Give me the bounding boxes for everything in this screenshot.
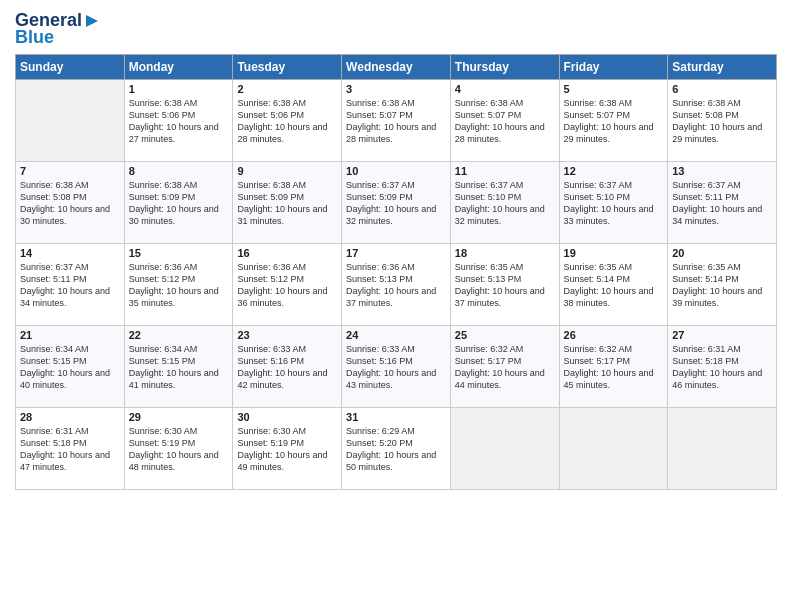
day-number: 22 (129, 329, 229, 341)
calendar-cell: 12Sunrise: 6:37 AMSunset: 5:10 PMDayligh… (559, 162, 668, 244)
calendar-cell: 23Sunrise: 6:33 AMSunset: 5:16 PMDayligh… (233, 326, 342, 408)
cell-info: Sunrise: 6:35 AMSunset: 5:13 PMDaylight:… (455, 261, 555, 310)
cell-info: Sunrise: 6:38 AMSunset: 5:08 PMDaylight:… (20, 179, 120, 228)
calendar-page: General Blue SundayMondayTuesdayWednesda… (0, 0, 792, 612)
day-number: 5 (564, 83, 664, 95)
week-row-2: 7Sunrise: 6:38 AMSunset: 5:08 PMDaylight… (16, 162, 777, 244)
col-header-wednesday: Wednesday (342, 55, 451, 80)
cell-info: Sunrise: 6:37 AMSunset: 5:10 PMDaylight:… (564, 179, 664, 228)
logo-area: General Blue (15, 10, 100, 48)
day-number: 1 (129, 83, 229, 95)
calendar-cell: 1Sunrise: 6:38 AMSunset: 5:06 PMDaylight… (124, 80, 233, 162)
day-number: 15 (129, 247, 229, 259)
cell-info: Sunrise: 6:33 AMSunset: 5:16 PMDaylight:… (346, 343, 446, 392)
cell-info: Sunrise: 6:38 AMSunset: 5:06 PMDaylight:… (237, 97, 337, 146)
day-number: 12 (564, 165, 664, 177)
day-number: 9 (237, 165, 337, 177)
cell-info: Sunrise: 6:36 AMSunset: 5:12 PMDaylight:… (129, 261, 229, 310)
calendar-cell: 25Sunrise: 6:32 AMSunset: 5:17 PMDayligh… (450, 326, 559, 408)
day-number: 28 (20, 411, 120, 423)
col-header-tuesday: Tuesday (233, 55, 342, 80)
day-number: 11 (455, 165, 555, 177)
cell-info: Sunrise: 6:38 AMSunset: 5:09 PMDaylight:… (129, 179, 229, 228)
calendar-cell: 4Sunrise: 6:38 AMSunset: 5:07 PMDaylight… (450, 80, 559, 162)
calendar-cell: 11Sunrise: 6:37 AMSunset: 5:10 PMDayligh… (450, 162, 559, 244)
svg-marker-0 (86, 15, 98, 27)
calendar-cell: 24Sunrise: 6:33 AMSunset: 5:16 PMDayligh… (342, 326, 451, 408)
calendar-cell: 6Sunrise: 6:38 AMSunset: 5:08 PMDaylight… (668, 80, 777, 162)
calendar-cell: 15Sunrise: 6:36 AMSunset: 5:12 PMDayligh… (124, 244, 233, 326)
calendar-cell: 2Sunrise: 6:38 AMSunset: 5:06 PMDaylight… (233, 80, 342, 162)
cell-info: Sunrise: 6:37 AMSunset: 5:11 PMDaylight:… (672, 179, 772, 228)
cell-info: Sunrise: 6:31 AMSunset: 5:18 PMDaylight:… (20, 425, 120, 474)
day-number: 17 (346, 247, 446, 259)
calendar-cell (16, 80, 125, 162)
cell-info: Sunrise: 6:38 AMSunset: 5:06 PMDaylight:… (129, 97, 229, 146)
cell-info: Sunrise: 6:36 AMSunset: 5:12 PMDaylight:… (237, 261, 337, 310)
calendar-body: 1Sunrise: 6:38 AMSunset: 5:06 PMDaylight… (16, 80, 777, 490)
calendar-cell: 13Sunrise: 6:37 AMSunset: 5:11 PMDayligh… (668, 162, 777, 244)
calendar-cell: 20Sunrise: 6:35 AMSunset: 5:14 PMDayligh… (668, 244, 777, 326)
cell-info: Sunrise: 6:34 AMSunset: 5:15 PMDaylight:… (20, 343, 120, 392)
col-header-friday: Friday (559, 55, 668, 80)
col-header-thursday: Thursday (450, 55, 559, 80)
cell-info: Sunrise: 6:33 AMSunset: 5:16 PMDaylight:… (237, 343, 337, 392)
calendar-cell (559, 408, 668, 490)
calendar-cell: 10Sunrise: 6:37 AMSunset: 5:09 PMDayligh… (342, 162, 451, 244)
cell-info: Sunrise: 6:30 AMSunset: 5:19 PMDaylight:… (237, 425, 337, 474)
calendar-cell: 16Sunrise: 6:36 AMSunset: 5:12 PMDayligh… (233, 244, 342, 326)
week-row-4: 21Sunrise: 6:34 AMSunset: 5:15 PMDayligh… (16, 326, 777, 408)
col-header-saturday: Saturday (668, 55, 777, 80)
day-number: 16 (237, 247, 337, 259)
day-number: 26 (564, 329, 664, 341)
calendar-cell: 5Sunrise: 6:38 AMSunset: 5:07 PMDaylight… (559, 80, 668, 162)
calendar-cell: 14Sunrise: 6:37 AMSunset: 5:11 PMDayligh… (16, 244, 125, 326)
calendar-cell: 27Sunrise: 6:31 AMSunset: 5:18 PMDayligh… (668, 326, 777, 408)
calendar-cell: 17Sunrise: 6:36 AMSunset: 5:13 PMDayligh… (342, 244, 451, 326)
logo-icon (84, 13, 100, 29)
day-number: 19 (564, 247, 664, 259)
cell-info: Sunrise: 6:37 AMSunset: 5:10 PMDaylight:… (455, 179, 555, 228)
day-number: 24 (346, 329, 446, 341)
col-header-monday: Monday (124, 55, 233, 80)
calendar-header: SundayMondayTuesdayWednesdayThursdayFrid… (16, 55, 777, 80)
calendar-cell: 9Sunrise: 6:38 AMSunset: 5:09 PMDaylight… (233, 162, 342, 244)
calendar-cell: 28Sunrise: 6:31 AMSunset: 5:18 PMDayligh… (16, 408, 125, 490)
cell-info: Sunrise: 6:35 AMSunset: 5:14 PMDaylight:… (672, 261, 772, 310)
day-number: 31 (346, 411, 446, 423)
day-number: 27 (672, 329, 772, 341)
calendar-cell: 29Sunrise: 6:30 AMSunset: 5:19 PMDayligh… (124, 408, 233, 490)
day-number: 6 (672, 83, 772, 95)
col-header-sunday: Sunday (16, 55, 125, 80)
day-number: 25 (455, 329, 555, 341)
logo-blue: Blue (15, 27, 54, 48)
cell-info: Sunrise: 6:36 AMSunset: 5:13 PMDaylight:… (346, 261, 446, 310)
cell-info: Sunrise: 6:37 AMSunset: 5:09 PMDaylight:… (346, 179, 446, 228)
calendar-cell: 26Sunrise: 6:32 AMSunset: 5:17 PMDayligh… (559, 326, 668, 408)
day-number: 18 (455, 247, 555, 259)
calendar-cell (450, 408, 559, 490)
cell-info: Sunrise: 6:32 AMSunset: 5:17 PMDaylight:… (455, 343, 555, 392)
calendar-cell: 3Sunrise: 6:38 AMSunset: 5:07 PMDaylight… (342, 80, 451, 162)
cell-info: Sunrise: 6:29 AMSunset: 5:20 PMDaylight:… (346, 425, 446, 474)
calendar-cell: 30Sunrise: 6:30 AMSunset: 5:19 PMDayligh… (233, 408, 342, 490)
cell-info: Sunrise: 6:30 AMSunset: 5:19 PMDaylight:… (129, 425, 229, 474)
cell-info: Sunrise: 6:37 AMSunset: 5:11 PMDaylight:… (20, 261, 120, 310)
week-row-1: 1Sunrise: 6:38 AMSunset: 5:06 PMDaylight… (16, 80, 777, 162)
cell-info: Sunrise: 6:34 AMSunset: 5:15 PMDaylight:… (129, 343, 229, 392)
calendar-cell: 7Sunrise: 6:38 AMSunset: 5:08 PMDaylight… (16, 162, 125, 244)
day-number: 14 (20, 247, 120, 259)
day-number: 3 (346, 83, 446, 95)
day-number: 21 (20, 329, 120, 341)
cell-info: Sunrise: 6:32 AMSunset: 5:17 PMDaylight:… (564, 343, 664, 392)
day-number: 30 (237, 411, 337, 423)
calendar-cell: 8Sunrise: 6:38 AMSunset: 5:09 PMDaylight… (124, 162, 233, 244)
day-number: 8 (129, 165, 229, 177)
cell-info: Sunrise: 6:38 AMSunset: 5:09 PMDaylight:… (237, 179, 337, 228)
day-number: 13 (672, 165, 772, 177)
cell-info: Sunrise: 6:38 AMSunset: 5:07 PMDaylight:… (346, 97, 446, 146)
cell-info: Sunrise: 6:35 AMSunset: 5:14 PMDaylight:… (564, 261, 664, 310)
calendar-table: SundayMondayTuesdayWednesdayThursdayFrid… (15, 54, 777, 490)
day-number: 7 (20, 165, 120, 177)
week-row-3: 14Sunrise: 6:37 AMSunset: 5:11 PMDayligh… (16, 244, 777, 326)
